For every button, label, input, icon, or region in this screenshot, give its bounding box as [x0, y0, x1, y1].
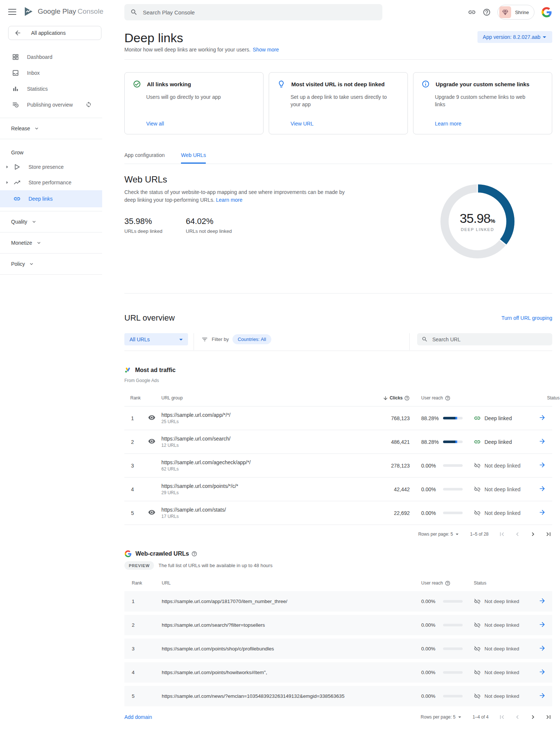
url-cell: https://sample.url.com/points/shop/c/pro… [162, 646, 410, 652]
learn-more-link[interactable]: Learn more [216, 197, 242, 203]
view-all-link[interactable]: View all [146, 121, 164, 127]
learn-more-link[interactable]: Learn more [435, 121, 462, 127]
top-bar: Google PlayConsole Shrine [0, 0, 560, 24]
global-search[interactable] [124, 4, 382, 20]
user-reach-bar [436, 647, 459, 650]
sidebar-section-quality[interactable]: Quality [0, 211, 102, 232]
ad-traffic-table-row: 5 https://sample.url.com/stats/ 17 URLs … [124, 501, 552, 525]
web-crawled-table-row: 5 https://sample.url.com/news/?emclan=10… [124, 686, 552, 706]
sidebar-item-statistics[interactable]: Statistics [0, 81, 102, 97]
app-version-selector[interactable]: App version: 8.2.027.aab [477, 31, 552, 43]
arrow-forward-icon[interactable] [539, 461, 546, 469]
previous-page-icon[interactable] [514, 713, 521, 721]
all-applications-button[interactable]: All applications [8, 26, 101, 40]
link-off-icon [474, 598, 481, 605]
sidebar-item-publishing-overview[interactable]: Publishing overview [0, 97, 102, 113]
card-most-visited-url: Most visited URL is not deep linked Set … [269, 72, 408, 134]
help-icon[interactable] [483, 8, 491, 16]
url-search-input[interactable] [432, 336, 544, 343]
arrow-back-icon [14, 29, 21, 37]
visibility-icon[interactable] [148, 509, 155, 516]
trending-up-icon [13, 179, 21, 186]
web-crawled-table-row: 3 https://sample.url.com/points/shop/c/p… [124, 639, 552, 659]
arrow-forward-icon[interactable] [539, 485, 546, 492]
web-crawled-table-header: Rank URL User reach Status [124, 579, 552, 587]
sidebar-section-policy[interactable]: Policy [0, 254, 102, 274]
turn-off-url-grouping-link[interactable]: Turn off URL grouping [502, 315, 552, 321]
arrow-drop-down-icon [454, 531, 460, 538]
user-reach-bar [436, 488, 459, 490]
arrow-forward-icon[interactable] [539, 621, 546, 628]
link-shortcut-icon[interactable] [468, 8, 476, 16]
tab-web-urls[interactable]: Web URLs [181, 152, 206, 164]
rows-per-page-selector[interactable]: Rows per page: 5 [418, 531, 460, 538]
next-page-icon[interactable] [529, 530, 537, 538]
link-off-icon [474, 486, 481, 493]
url-scope-dropdown[interactable]: All URLs [124, 333, 188, 345]
arrow-right-icon [4, 179, 10, 186]
url-search-box[interactable] [417, 333, 552, 345]
arrow-forward-icon[interactable] [539, 438, 546, 445]
menu-icon[interactable] [8, 9, 16, 15]
column-status: Status [459, 580, 532, 586]
clicks-cell: 42,442 [394, 486, 410, 492]
lightbulb-icon [277, 80, 285, 88]
arrow-forward-icon[interactable] [539, 509, 546, 516]
column-url: URL [162, 580, 410, 586]
status-cell: Not deep linked [459, 462, 532, 469]
help-icon[interactable] [404, 395, 410, 401]
add-domain-link[interactable]: Add domain [124, 714, 152, 720]
last-page-icon[interactable] [545, 530, 552, 538]
visibility-icon[interactable] [148, 414, 155, 421]
arrow-forward-icon[interactable] [539, 692, 546, 699]
status-cell: Not deep linked [459, 509, 532, 516]
check-circle-icon [133, 80, 141, 88]
sync-icon[interactable] [85, 101, 92, 108]
rank-cell: 1 [124, 415, 148, 421]
user-reach-cell: 0.00% [410, 646, 436, 652]
sidebar-section-release[interactable]: Release [0, 118, 102, 139]
web-crawled-rows: 1 https://sample.url.com/app/1817070/ite… [124, 591, 552, 706]
help-icon[interactable] [445, 580, 450, 586]
donut-value: 35.98% [460, 211, 495, 226]
sidebar-item-inbox[interactable]: Inbox [0, 65, 102, 81]
countries-filter-chip[interactable]: Countries: All [232, 334, 271, 344]
google-ads-icon [124, 366, 131, 374]
arrow-forward-icon[interactable] [539, 597, 546, 605]
sidebar-section-monetize[interactable]: Monetize [0, 232, 102, 253]
card-upgrade-scheme-links: Upgrade your custom scheme links Upgrade… [413, 72, 552, 134]
user-reach-cell: 0.00% [410, 510, 436, 516]
sidebar-item-store-presence[interactable]: Store presence [0, 159, 102, 175]
arrow-forward-icon[interactable] [539, 644, 546, 652]
rows-per-page-selector[interactable]: Rows per page: 5 [421, 714, 463, 720]
current-app-chip[interactable]: Shrine [497, 5, 534, 20]
google-account-avatar[interactable] [541, 7, 552, 18]
view-url-link[interactable]: View URL [291, 121, 313, 127]
first-page-icon[interactable] [498, 530, 506, 538]
play-console-logo[interactable]: Google PlayConsole [23, 6, 103, 17]
previous-page-icon[interactable] [514, 530, 521, 538]
clicks-cell: 768,123 [391, 415, 410, 421]
next-page-icon[interactable] [529, 713, 537, 721]
arrow-right-icon [4, 164, 10, 170]
last-page-icon[interactable] [545, 713, 552, 721]
visibility-icon[interactable] [148, 438, 155, 445]
tab-app-configuration[interactable]: App configuration [124, 152, 165, 164]
show-more-link[interactable]: Show more [253, 47, 279, 53]
arrow-forward-icon[interactable] [539, 668, 546, 676]
sidebar-item-dashboard[interactable]: Dashboard [0, 49, 102, 65]
top-right-actions: Shrine [468, 0, 552, 24]
link-off-icon [474, 693, 481, 700]
column-clicks[interactable]: Clicks [383, 395, 410, 401]
global-search-input[interactable] [142, 9, 351, 16]
first-page-icon[interactable] [498, 713, 506, 721]
sidebar: All applications Dashboard Inbox [0, 24, 102, 275]
help-icon[interactable] [445, 395, 450, 401]
sidebar-item-store-performance[interactable]: Store performance [0, 175, 102, 190]
user-reach-cell: 88.28% [410, 415, 436, 421]
help-icon[interactable] [191, 551, 197, 557]
divider [124, 293, 552, 294]
chevron-down-icon [31, 219, 37, 225]
arrow-forward-icon[interactable] [539, 414, 546, 421]
sidebar-item-deep-links[interactable]: Deep links [0, 190, 102, 207]
